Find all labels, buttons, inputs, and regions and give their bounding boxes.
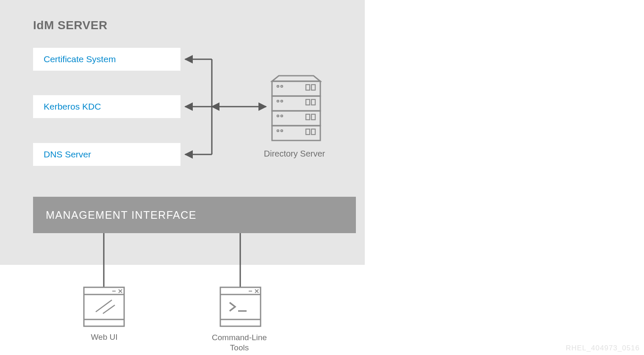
cli-tools-label: Command-Line Tools xyxy=(203,333,275,353)
svg-rect-35 xyxy=(220,287,261,326)
certificate-system-label: Certificate System xyxy=(44,54,116,64)
idm-server-panel: IdM SERVER Certificate System Kerberos K… xyxy=(0,0,365,265)
cli-icon xyxy=(220,287,261,326)
web-ui-label: Web UI xyxy=(83,333,125,342)
dns-server-label: DNS Server xyxy=(44,149,91,160)
management-interface-bar: MANAGEMENT INTERFACE xyxy=(33,197,356,233)
svg-line-31 xyxy=(119,289,122,293)
svg-rect-27 xyxy=(84,287,124,326)
idm-server-title: IdM SERVER xyxy=(33,19,108,32)
svg-line-40 xyxy=(255,289,258,293)
certificate-system-box: Certificate System xyxy=(33,48,180,71)
kerberos-kdc-box: Kerberos KDC xyxy=(33,95,180,118)
svg-line-32 xyxy=(119,289,122,293)
web-ui-icon xyxy=(84,287,124,326)
footer-code: RHEL_404973_0516 xyxy=(566,344,640,352)
svg-line-39 xyxy=(255,289,258,293)
directory-server-label: Directory Server xyxy=(258,149,330,159)
kerberos-kdc-label: Kerberos KDC xyxy=(44,102,101,112)
dns-server-box: DNS Server xyxy=(33,143,180,166)
svg-line-34 xyxy=(103,305,115,314)
management-interface-label: MANAGEMENT INTERFACE xyxy=(46,209,197,221)
svg-line-33 xyxy=(96,300,112,312)
